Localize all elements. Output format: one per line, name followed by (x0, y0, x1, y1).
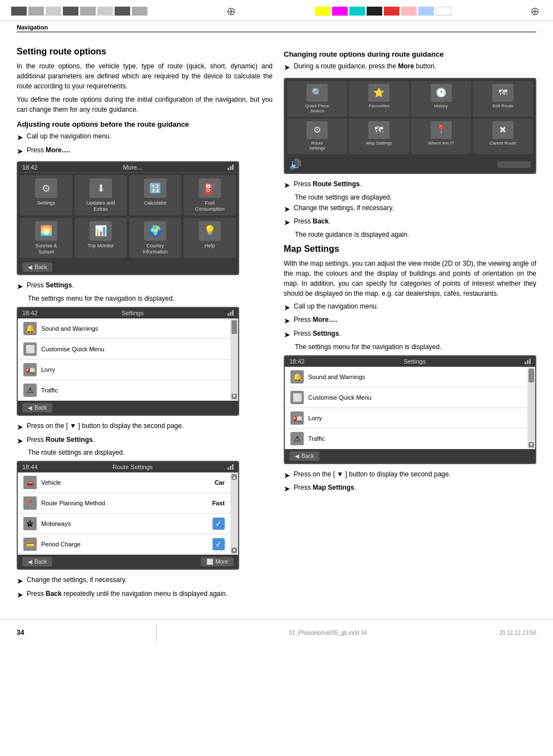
screen-map-back-button[interactable]: ◀ Back (289, 451, 319, 461)
quick-menu-icon: ⬜ (23, 342, 37, 356)
menu-item-fuel[interactable]: ⛽ FuelConsumption (184, 175, 236, 216)
settings-scrollbar[interactable]: ▼ (230, 319, 238, 401)
section-label-bar: Navigation (0, 21, 553, 39)
bullet-arrow-5: ➤ (17, 436, 23, 447)
bullet-text-7: Press Back repeatedly until the navigati… (27, 589, 273, 599)
route-scrollbar[interactable]: ▲ ▼ (230, 472, 238, 555)
subsection-changing-title: Changing route options during route guid… (284, 50, 536, 58)
period-icon: 💳 (23, 538, 37, 551)
menu-item-country[interactable]: 🌍 CountryInformation (129, 218, 181, 258)
bullet-text-5: Press Route Settings. (27, 435, 273, 445)
scroll-down-arrow-icon[interactable]: ▼ (231, 394, 237, 399)
bullet-text-m1: Call up the navigation menu. (294, 302, 536, 311)
nav-item-edit-route[interactable]: 🗺 Edit Route (473, 81, 533, 117)
bullet-3-desc: The settings menu for the navigation is … (28, 295, 273, 302)
bullet-press-more-during: ➤ During a route guidance, press the Mor… (284, 62, 536, 73)
settings-label-lorry: Lorry (41, 366, 55, 373)
settings-map-item-lorry[interactable]: 🚛 Lorry (285, 408, 527, 429)
nav-menu-row1: 🔍 Quick PlaceSearch ⭐ Favourites 🕐 Histo… (285, 79, 535, 156)
screen-1-back-button[interactable]: ◀ Back (22, 262, 52, 272)
screen-settings-map: 18:42 Settings 🔔 Sound and Warnings ⬜ (284, 355, 536, 464)
menu-item-updates[interactable]: ⬇ Updates andExtras (75, 175, 127, 216)
menu-label-sunrise: Sunrise &Sunset (35, 243, 57, 255)
right-column: Changing route options during route guid… (284, 44, 536, 603)
color-black (367, 7, 382, 16)
back-arrow-icon-3: ◀ (28, 559, 32, 565)
route-items: 🚗 Vehicle Car 📍 Route Planning Method Fa… (18, 472, 230, 555)
screen-3-more-button[interactable]: ⬜ More (201, 557, 234, 566)
more-menu-grid: ⚙ Settings ⬇ Updates andExtras 🔢 Calcula… (18, 173, 238, 260)
lorry-icon: 🚛 (23, 363, 37, 376)
route-item-vehicle[interactable]: 🚗 Vehicle Car (18, 472, 230, 493)
route-settings-bold: Route Settings (313, 180, 360, 188)
scroll-down-arrow-map-icon[interactable]: ▼ (529, 442, 534, 447)
route-item-motorways[interactable]: 🛣 Motorways ✓ (18, 514, 230, 534)
settings-bold-map: Settings (313, 330, 339, 337)
nav-label-favourites: Favourites (369, 103, 389, 109)
nav-item-quick-place[interactable]: 🔍 Quick PlaceSearch (287, 81, 347, 117)
route-item-planning[interactable]: 📍 Route Planning Method Fast (18, 493, 230, 514)
bullet-arrow-m3: ➤ (284, 330, 290, 341)
nav-item-history[interactable]: 🕐 History (411, 81, 471, 117)
page-footer: 34 02_Philadelphia835_gb.indd 34 20.12.1… (0, 619, 553, 645)
period-check[interactable]: ✓ (213, 538, 225, 550)
map-preview (497, 161, 531, 168)
scroll-up-arrow-icon[interactable]: ▲ (231, 474, 237, 480)
color-light-blue (418, 7, 434, 16)
bullet-text-r4: Press Back. (294, 217, 536, 226)
nav-item-map-settings[interactable]: 🗺 Map Settings (349, 118, 409, 154)
nav-item-cancel-route[interactable]: ✖ Cancel Route (473, 118, 533, 154)
settings-map-scrollbar[interactable]: ▼ (527, 367, 535, 449)
bullet-press-down: ➤ Press on the [ ▼ ] button to display t… (17, 421, 273, 433)
scroll-thumb-map (529, 369, 534, 382)
page-content: Setting route options In the route optio… (0, 39, 553, 614)
settings-label-sound: Sound and Warnings (41, 325, 98, 332)
print-mark-7 (115, 7, 130, 16)
scroll-down-arrow-icon-2[interactable]: ▼ (231, 548, 237, 553)
menu-item-trip[interactable]: 📊 Trip Monitor (75, 218, 127, 258)
screen-2-back-button[interactable]: ◀ Back (22, 403, 52, 412)
more-bold: More (398, 62, 414, 70)
motorways-check[interactable]: ✓ (213, 518, 225, 530)
menu-item-settings[interactable]: ⚙ Settings (20, 175, 72, 216)
nav-item-favourites[interactable]: ⭐ Favourites (349, 81, 409, 117)
bullet-change-settings: ➤ Change the settings, if necessary. (17, 575, 273, 587)
route-item-period-left: 💳 Period Charge (23, 538, 81, 551)
footer-divider (156, 624, 157, 641)
menu-item-calculator[interactable]: 🔢 Calculator (129, 175, 181, 216)
edit-route-icon: 🗺 (492, 84, 514, 102)
back-label-map: Back (302, 453, 314, 459)
screen-map-title: Settings (403, 358, 426, 365)
favourites-icon: ⭐ (368, 84, 389, 102)
route-item-motorways-left: 🛣 Motorways (23, 517, 71, 530)
settings-item-lorry[interactable]: 🚛 Lorry (18, 360, 230, 380)
bullet-press-back-repeatedly: ➤ Press Back repeatedly until the naviga… (17, 589, 273, 601)
signal-bar-1 (228, 168, 229, 170)
bullet-press-down-map: ➤ Press on the [ ▼ ] button to display t… (284, 470, 536, 481)
settings-map-item-sound[interactable]: 🔔 Sound and Warnings (285, 367, 527, 387)
settings-map-item-quick-menu[interactable]: ⬜ Customise Quick Menu (285, 387, 527, 408)
nav-item-route-settings[interactable]: ⚙ RouteSettings (287, 118, 347, 154)
back-arrow-icon-2: ◀ (28, 405, 32, 411)
settings-item-quick-menu[interactable]: ⬜ Customise Quick Menu (18, 339, 230, 360)
route-item-period[interactable]: 💳 Period Charge ✓ (18, 534, 230, 555)
bullet-2-bold: More…. (46, 146, 70, 154)
bullet-text-3: Press Settings. (27, 281, 273, 290)
updates-icon: ⬇ (90, 178, 112, 198)
quick-place-icon: 🔍 (307, 84, 328, 102)
screen-3-back-button[interactable]: ◀ Back (22, 557, 52, 566)
nav-label-cancel-route: Cancel Route (490, 141, 516, 146)
settings-item-sound[interactable]: 🔔 Sound and Warnings (18, 319, 230, 339)
screen-3-header: 18:44 Route Settings (18, 462, 238, 472)
screen-3-bottom-bar: ◀ Back ⬜ More (18, 555, 238, 569)
settings-item-traffic[interactable]: ⚠ Traffic (18, 380, 230, 401)
bullet-text-r1: During a route guidance, press the More … (294, 62, 536, 71)
bullet-5-bold: Route Settings (46, 436, 93, 444)
traffic-icon-2: ⚠ (290, 432, 304, 445)
settings-desc-map: The settings menu for the navigation is … (295, 343, 536, 351)
settings-map-item-traffic[interactable]: ⚠ Traffic (285, 429, 527, 449)
menu-item-help[interactable]: 💡 Help (184, 218, 236, 258)
nav-item-where-am-i[interactable]: 📍 Where Am I? (411, 118, 471, 154)
menu-item-sunrise[interactable]: 🌅 Sunrise &Sunset (20, 218, 72, 258)
bullet-arrow-m1: ➤ (284, 302, 290, 314)
